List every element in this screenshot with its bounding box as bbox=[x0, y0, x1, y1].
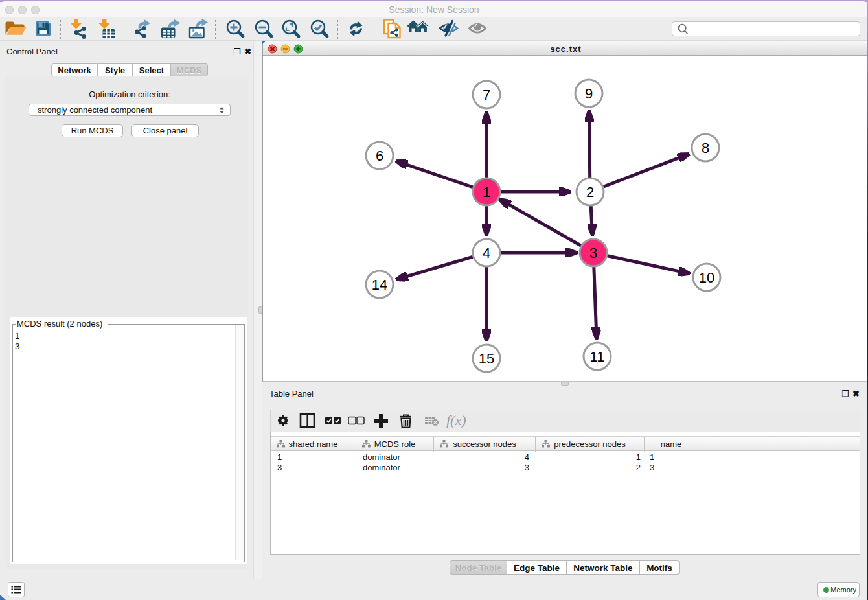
svg-text:14: 14 bbox=[372, 277, 387, 293]
svg-text:10: 10 bbox=[699, 270, 714, 286]
svg-text:9: 9 bbox=[585, 86, 593, 102]
svg-text:f(x): f(x) bbox=[446, 412, 466, 428]
svg-text:8: 8 bbox=[702, 140, 709, 156]
svg-text:3: 3 bbox=[589, 245, 597, 261]
svg-text:7: 7 bbox=[483, 87, 490, 103]
svg-text:15: 15 bbox=[479, 351, 494, 367]
svg-text:6: 6 bbox=[376, 148, 383, 164]
svg-text:4: 4 bbox=[483, 245, 490, 261]
svg-text:2: 2 bbox=[586, 184, 594, 200]
svg-text:1: 1 bbox=[483, 184, 490, 200]
svg-text:11: 11 bbox=[590, 349, 605, 365]
